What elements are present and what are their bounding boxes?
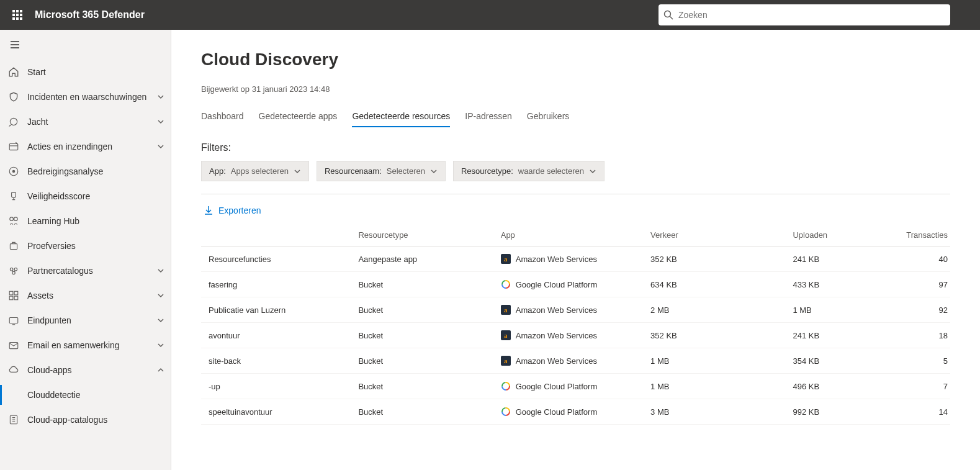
cell-traffic: 1 MB — [643, 348, 785, 374]
filters-label: Filters: — [201, 142, 950, 153]
sidebar-item-proefversies[interactable]: Proefversies — [0, 233, 171, 258]
cell-type: Bucket — [351, 399, 493, 425]
sidebar-item-start[interactable]: Start — [0, 60, 171, 84]
cell-tx: 97 — [897, 272, 950, 297]
aws-icon: a — [501, 254, 511, 264]
tab-gedetecteerde-apps[interactable]: Gedetecteerde apps — [259, 106, 338, 127]
cell-tx: 5 — [897, 348, 950, 374]
cell-app: aAmazon Web Services — [493, 323, 643, 348]
cell-name: fasering — [201, 272, 351, 297]
sidebar-item-email-en-samenwerking[interactable]: Email en samenwerking — [0, 333, 171, 358]
tab-dashboard[interactable]: Dashboard — [201, 106, 244, 127]
sidebar-item-clouddetectie[interactable]: Clouddetectie — [0, 382, 171, 407]
filter-resourcenaam[interactable]: Resourcenaam: Selecteren — [317, 161, 446, 181]
filter-row: App: Apps selecterenResourcenaam: Select… — [201, 161, 950, 181]
filter-prefix: Resourcetype: — [461, 166, 513, 176]
filter-prefix: Resourcenaam: — [325, 166, 382, 176]
sidebar-item-assets[interactable]: Assets — [0, 283, 171, 308]
filter-resourcetype[interactable]: Resourcetype: waarde selecteren — [453, 161, 605, 181]
svg-rect-26 — [9, 296, 13, 300]
sidebar: StartIncidenten en waarschuwingenJachtAc… — [0, 30, 171, 470]
download-icon — [204, 206, 214, 215]
sidebar-item-label: Start — [27, 67, 166, 77]
app-launcher-icon[interactable] — [5, 2, 30, 27]
svg-rect-5 — [20, 14, 22, 16]
search-container[interactable] — [659, 4, 950, 25]
cell-type: Bucket — [351, 348, 493, 374]
sidebar-item-learning-hub[interactable]: Learning Hub — [0, 209, 171, 233]
table-row[interactable]: site-backBucketaAmazon Web Services1 MB3… — [201, 348, 950, 374]
cell-upload: 241 KB — [785, 323, 897, 348]
column-header[interactable]: Transacties — [897, 224, 950, 246]
cell-upload: 496 KB — [785, 374, 897, 399]
column-header[interactable] — [201, 224, 351, 246]
svg-rect-4 — [16, 14, 19, 16]
cell-traffic: 1 MB — [643, 374, 785, 399]
hamburger-menu[interactable] — [0, 30, 30, 60]
table-row[interactable]: Publicatie van LuzernBucketaAmazon Web S… — [201, 297, 950, 323]
column-header[interactable]: Resourcetype — [351, 224, 493, 246]
tab-gedetecteerde-resources[interactable]: Gedetecteerde resources — [352, 106, 450, 127]
cell-traffic: 352 KB — [643, 323, 785, 348]
svg-point-22 — [14, 268, 17, 271]
svg-rect-27 — [14, 296, 18, 300]
chevron-down-icon — [157, 341, 166, 350]
cell-traffic: 352 KB — [643, 246, 785, 272]
table-row[interactable]: avontuurBucketaAmazon Web Services352 KB… — [201, 323, 950, 348]
sidebar-item-bedreigingsanalyse[interactable]: Bedreigingsanalyse — [0, 159, 171, 184]
search-input[interactable] — [678, 10, 945, 20]
cell-app: Google Cloud Platform — [493, 374, 643, 399]
tab-gebruikers[interactable]: Gebruikers — [527, 106, 569, 127]
table-row[interactable]: faseringBucketGoogle Cloud Platform634 K… — [201, 272, 950, 297]
chevron-down-icon — [157, 142, 166, 151]
tab-ip-adressen[interactable]: IP-adressen — [465, 106, 511, 127]
cell-name: Publicatie van Luzern — [201, 297, 351, 323]
sidebar-item-veiligheidsscore[interactable]: Veiligheidsscore — [0, 184, 171, 209]
cell-name: avontuur — [201, 323, 351, 348]
cell-upload: 433 KB — [785, 272, 897, 297]
cell-tx: 18 — [897, 323, 950, 348]
sidebar-item-partnercatalogus[interactable]: Partnercatalogus — [0, 258, 171, 283]
table-row[interactable]: speeltuinavontuurBucketGoogle Cloud Plat… — [201, 399, 950, 425]
svg-point-19 — [14, 217, 18, 221]
sidebar-item-acties-en-inzendingen[interactable]: Acties en inzendingen — [0, 134, 171, 159]
cell-type: Bucket — [351, 297, 493, 323]
sidebar-item-cloud-app-catalogus[interactable]: Cloud-app-catalogus — [0, 407, 171, 432]
sidebar-item-eindpunten[interactable]: Eindpunten — [0, 308, 171, 333]
cell-app: aAmazon Web Services — [493, 246, 643, 272]
cell-type: Bucket — [351, 374, 493, 399]
resources-table: ResourcetypeAppVerkeerUploadenTransactie… — [201, 224, 950, 425]
cell-tx: 92 — [897, 297, 950, 323]
cell-tx: 7 — [897, 374, 950, 399]
sidebar-item-label: Eindpunten — [27, 315, 157, 325]
table-row[interactable]: -upBucketGoogle Cloud Platform1 MB496 KB… — [201, 374, 950, 399]
filter-app[interactable]: App: Apps selecteren — [201, 161, 309, 181]
chevron-down-icon — [294, 168, 301, 175]
target-icon — [7, 115, 20, 128]
column-header[interactable]: Uploaden — [785, 224, 897, 246]
updated-timestamp: Bijgewerkt op 31 januari 2023 14:48 — [201, 84, 950, 94]
cell-upload: 1 MB — [785, 297, 897, 323]
chevron-down-icon — [157, 93, 166, 101]
chevron-down-icon — [157, 291, 166, 300]
svg-point-17 — [12, 170, 16, 173]
export-button[interactable]: Exporteren — [201, 202, 263, 219]
sidebar-item-label: Clouddetectie — [27, 390, 166, 400]
chevron-down-icon — [157, 316, 166, 325]
svg-rect-15 — [9, 144, 18, 150]
app-title: Microsoft 365 Defender — [35, 9, 145, 20]
table-row[interactable]: ResourcefunctiesAangepaste appaAmazon We… — [201, 246, 950, 272]
cell-upload: 992 KB — [785, 399, 897, 425]
svg-rect-28 — [9, 318, 18, 323]
sidebar-item-label: Assets — [27, 291, 157, 301]
cell-name: Resourcefuncties — [201, 246, 351, 272]
sidebar-item-cloud-apps[interactable]: Cloud-apps — [0, 358, 171, 382]
column-header[interactable]: Verkeer — [643, 224, 785, 246]
shield-icon — [7, 91, 20, 103]
column-header[interactable]: App — [493, 224, 643, 246]
sidebar-item-incidenten-en-waarschuwingen[interactable]: Incidenten en waarschuwingen — [0, 84, 171, 109]
sidebar-item-jacht[interactable]: Jacht — [0, 109, 171, 134]
cell-tx: 14 — [897, 399, 950, 425]
catalog-icon — [7, 414, 20, 426]
sidebar-item-label: Incidenten en waarschuwingen — [27, 92, 157, 102]
